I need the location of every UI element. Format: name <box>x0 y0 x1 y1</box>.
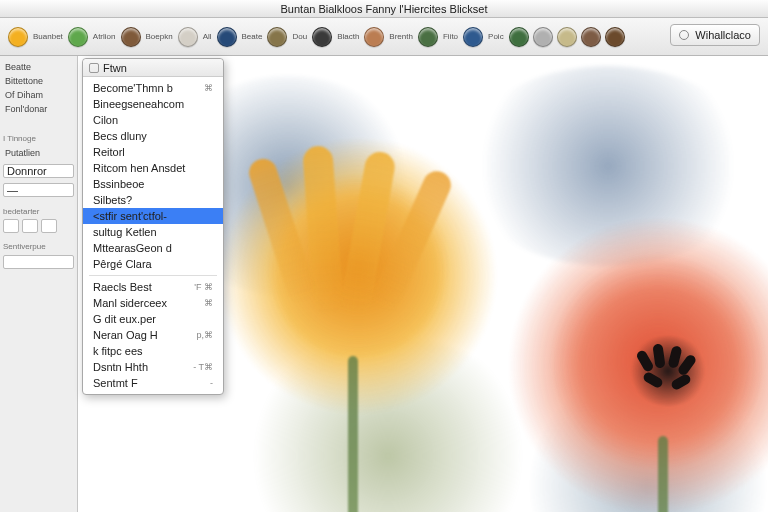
toolbar-label: Blacth <box>337 32 359 41</box>
sidebar-item[interactable]: Beatte <box>3 60 74 74</box>
menu-item[interactable]: <stfir sent'ctfol- <box>83 208 223 224</box>
menu-item[interactable]: Bineegseneahcom <box>83 96 223 112</box>
toolbar: BuanbetAtrlionBoepknAllBeateDouBlacthBre… <box>0 18 768 56</box>
gear-icon <box>679 30 689 40</box>
toolbar-label: Poic <box>488 32 504 41</box>
menu-item[interactable]: Pêrgé Clara <box>83 256 223 272</box>
menu-separator <box>89 275 217 276</box>
sidebar-item[interactable]: Of Diham <box>3 88 74 102</box>
color-swatch[interactable] <box>418 27 438 47</box>
menu-item[interactable]: k fitpc ees <box>83 343 223 359</box>
menu-item[interactable]: Raecls Best'F ⌘ <box>83 279 223 295</box>
color-swatch[interactable] <box>581 27 601 47</box>
menu-icon <box>89 63 99 73</box>
sidebar-item[interactable]: Bittettone <box>3 74 74 88</box>
context-menu: Ftwn Become'Thmn b⌘BineegseneahcomCilonB… <box>82 58 224 395</box>
window-title: Buntan Bialkloos Fanny l'Hiercites Blick… <box>281 3 488 15</box>
sidebar-swatch[interactable] <box>41 219 57 233</box>
color-swatch[interactable] <box>605 27 625 47</box>
sidebar-swatch-row <box>3 219 74 233</box>
toolbar-right-label: Wihallclaco <box>695 29 751 41</box>
sidebar-label: Sentiverpue <box>3 242 74 251</box>
menu-item[interactable]: sultug Ketlen <box>83 224 223 240</box>
color-swatch[interactable] <box>533 27 553 47</box>
color-swatch[interactable] <box>178 27 198 47</box>
sidebar-field[interactable]: — <box>3 183 74 197</box>
toolbar-label: Buanbet <box>33 32 63 41</box>
menu-header: Ftwn <box>83 59 223 77</box>
sidebar-item[interactable]: Fonl'donar <box>3 102 74 116</box>
menu-item[interactable]: Cilon <box>83 112 223 128</box>
toolbar-label: Fiito <box>443 32 458 41</box>
toolbar-label: Beate <box>242 32 263 41</box>
menu-item[interactable]: Sentmt F- <box>83 375 223 391</box>
color-swatch[interactable] <box>217 27 237 47</box>
menu-item[interactable]: Bssinbeoe <box>83 176 223 192</box>
painting-canvas <box>198 96 768 512</box>
toolbar-label: Brenth <box>389 32 413 41</box>
toolbar-label: Atrlion <box>93 32 116 41</box>
menu-item[interactable]: Neran Oag Hp,⌘ <box>83 327 223 343</box>
color-swatch[interactable] <box>68 27 88 47</box>
sidebar: BeatteBittettoneOf DihamFonl'donar I Tin… <box>0 56 78 512</box>
toolbar-label: Dou <box>292 32 307 41</box>
window-titlebar: Buntan Bialkloos Fanny l'Hiercites Blick… <box>0 0 768 18</box>
menu-item[interactable]: Reitorl <box>83 144 223 160</box>
color-swatch[interactable] <box>121 27 141 47</box>
menu-item[interactable]: Manl siderceex⌘ <box>83 295 223 311</box>
menu-item[interactable]: Dsntn Hhth- T⌘ <box>83 359 223 375</box>
color-swatch[interactable] <box>557 27 577 47</box>
menu-item[interactable]: Become'Thmn b⌘ <box>83 80 223 96</box>
menu-item[interactable]: MttearasGeon d <box>83 240 223 256</box>
toolbar-label: All <box>203 32 212 41</box>
toolbar-label: Boepkn <box>146 32 173 41</box>
color-swatch[interactable] <box>364 27 384 47</box>
sidebar-item[interactable]: Putatlien <box>3 146 74 160</box>
color-swatch[interactable] <box>463 27 483 47</box>
sidebar-swatch[interactable] <box>22 219 38 233</box>
menu-item[interactable]: Becs dluny <box>83 128 223 144</box>
menu-item[interactable]: G dit eux.per <box>83 311 223 327</box>
sidebar-swatch[interactable] <box>3 219 19 233</box>
color-swatch[interactable] <box>267 27 287 47</box>
color-swatch[interactable] <box>8 27 28 47</box>
color-swatch[interactable] <box>312 27 332 47</box>
sidebar-input[interactable] <box>3 255 74 269</box>
toolbar-right-button[interactable]: Wihallclaco <box>670 24 760 46</box>
sidebar-dropdown[interactable]: Donnror <box>3 164 74 178</box>
sidebar-label: bedetarter <box>3 207 74 216</box>
color-swatch[interactable] <box>509 27 529 47</box>
menu-item[interactable]: Silbets? <box>83 192 223 208</box>
sidebar-section-header: I Tinnoge <box>3 134 74 143</box>
menu-item[interactable]: Ritcom hen Ansdet <box>83 160 223 176</box>
